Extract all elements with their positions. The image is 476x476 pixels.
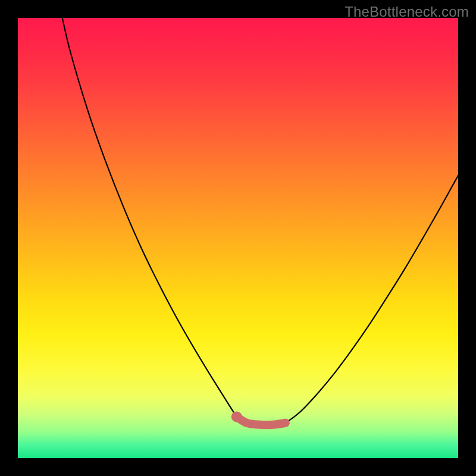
watermark-text: TheBottleneck.com xyxy=(345,4,469,20)
chart-frame: TheBottleneck.com xyxy=(0,0,476,476)
left-curve xyxy=(62,18,237,416)
right-curve xyxy=(286,176,458,423)
curve-layer xyxy=(18,18,458,458)
highlight-dot xyxy=(231,411,242,422)
valley-highlight xyxy=(237,416,286,425)
